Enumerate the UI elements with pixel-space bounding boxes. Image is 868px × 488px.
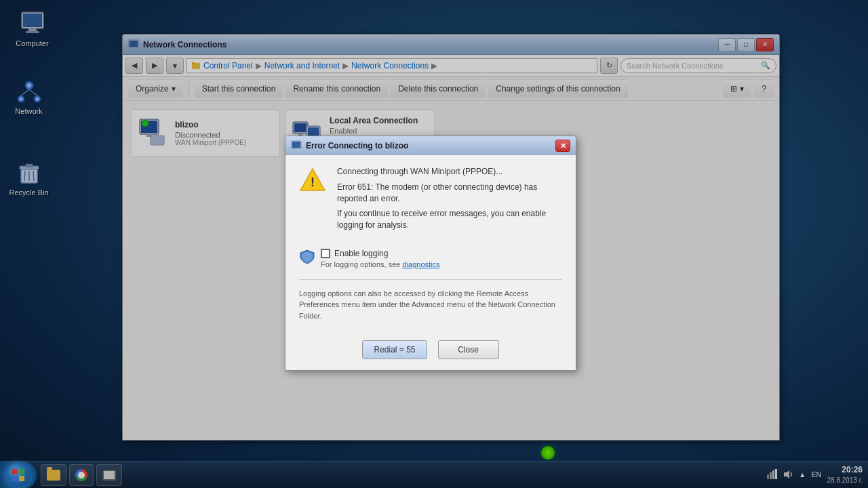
dialog-titlebar: Error Connecting to blizoo ✕ [285, 136, 576, 155]
warning-icon-wrap: ! [299, 166, 326, 193]
remote-access-text: Logging options can also be accessed by … [299, 279, 562, 322]
dialog-text: Connecting through WAN Miniport (PPPOE).… [337, 166, 562, 235]
connecting-text: Connecting through WAN Miniport (PPPOE).… [337, 166, 562, 178]
logging-row: Enable logging [321, 249, 562, 258]
error-text: Error 651: The modem (or other connectin… [337, 182, 562, 205]
hint-text: If you continue to receive error message… [337, 208, 562, 231]
logging-hint: For logging options, see diagnostics [321, 260, 562, 268]
enable-logging-checkbox[interactable] [321, 249, 330, 258]
svg-text:!: ! [311, 176, 315, 189]
dialog-content: ! Connecting through WAN Miniport (PPPOE… [285, 155, 576, 370]
redial-button[interactable]: Redial = 55 [362, 340, 427, 359]
dialog-buttons: Redial = 55 Close [299, 332, 562, 359]
dialog-close-button[interactable]: ✕ [555, 140, 570, 152]
svg-rect-34 [292, 142, 300, 148]
diagnostics-link[interactable]: diagnostics [402, 260, 439, 268]
dialog-icon [291, 140, 302, 151]
dialog-main-row: ! Connecting through WAN Miniport (PPPOE… [299, 166, 562, 235]
logging-shield-icon [299, 249, 315, 265]
desktop: Computer Network [0, 0, 868, 488]
logging-section: Enable logging For logging options, see … [299, 246, 562, 271]
warning-icon: ! [299, 166, 326, 193]
error-dialog: Error Connecting to blizoo ✕ ! Connectin… [285, 136, 576, 371]
logging-content: Enable logging For logging options, see … [321, 249, 562, 268]
logging-label: Enable logging [334, 249, 388, 258]
dialog-close-btn-bottom[interactable]: Close [438, 340, 499, 359]
dialog-title: Error Connecting to blizoo [291, 140, 408, 151]
